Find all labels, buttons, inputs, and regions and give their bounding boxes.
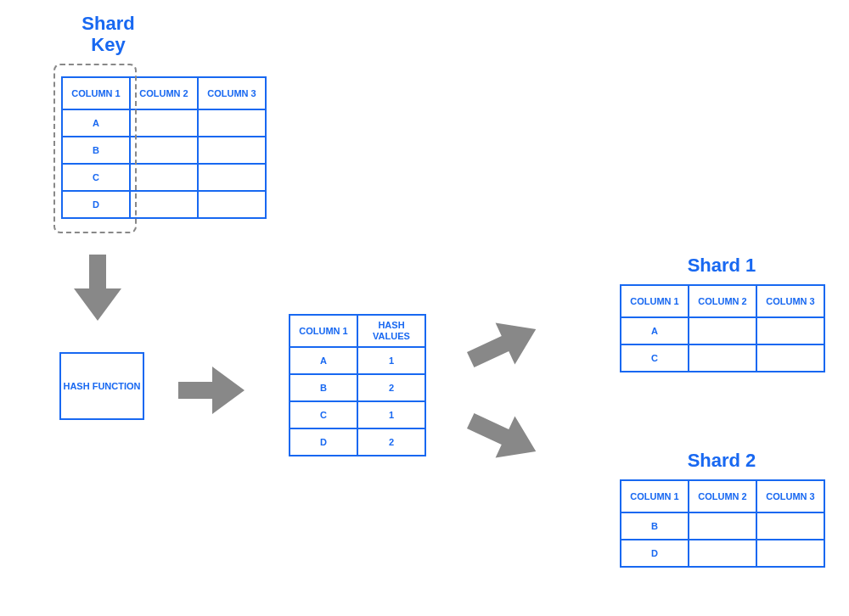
cell <box>130 137 198 164</box>
table-header-row: COLUMN 1 COLUMN 2 COLUMN 3 <box>621 285 824 317</box>
cell: 2 <box>357 374 425 401</box>
cell <box>756 540 824 567</box>
cell <box>756 344 824 372</box>
table-row: A <box>621 317 824 344</box>
cell <box>198 109 266 137</box>
cell: C <box>290 401 357 428</box>
cell: 1 <box>357 401 425 428</box>
cell: B <box>62 137 130 164</box>
table-row: B 2 <box>290 374 425 401</box>
col-header: COLUMN 2 <box>689 480 756 512</box>
cell <box>689 540 756 567</box>
cell: D <box>621 540 689 567</box>
col-header: COLUMN 2 <box>130 77 198 109</box>
col-header: COLUMN 1 <box>621 480 689 512</box>
arrow-up-right-icon <box>467 314 543 373</box>
table-header-row: COLUMN 1 COLUMN 2 COLUMN 3 <box>62 77 266 109</box>
cell: B <box>290 374 357 401</box>
table-row: C 1 <box>290 401 425 428</box>
cell: B <box>621 512 689 540</box>
title-shard-key: Shard Key <box>64 13 153 56</box>
original-table: COLUMN 1 COLUMN 2 COLUMN 3 A B C D <box>61 76 267 219</box>
arrow-down-icon <box>72 255 123 322</box>
title-shard-2: Shard 2 <box>637 450 807 471</box>
table-header-row: COLUMN 1 COLUMN 2 COLUMN 3 <box>621 480 824 512</box>
cell: C <box>621 344 689 372</box>
cell <box>689 512 756 540</box>
col-header: HASH VALUES <box>357 315 425 347</box>
cell <box>198 164 266 191</box>
table-row: A 1 <box>290 347 425 374</box>
cell: D <box>290 428 357 456</box>
cell: 2 <box>357 428 425 456</box>
cell: C <box>62 164 130 191</box>
arrow-down-right-icon <box>467 407 543 467</box>
table-row: D <box>62 191 266 218</box>
cell: A <box>62 109 130 137</box>
cell: A <box>621 317 689 344</box>
cell: 1 <box>357 347 425 374</box>
cell: D <box>62 191 130 218</box>
hash-table: COLUMN 1 HASH VALUES A 1 B 2 C 1 D 2 <box>289 314 426 456</box>
title-shard-1: Shard 1 <box>637 255 807 276</box>
table-row: B <box>62 137 266 164</box>
cell <box>756 317 824 344</box>
cell <box>130 191 198 218</box>
table-header-row: COLUMN 1 HASH VALUES <box>290 315 425 347</box>
cell <box>130 164 198 191</box>
col-header: COLUMN 1 <box>621 285 689 317</box>
table-row: A <box>62 109 266 137</box>
cell <box>198 137 266 164</box>
table-row: B <box>621 512 824 540</box>
hash-function-box: HASH FUNCTION <box>59 352 144 420</box>
cell <box>130 109 198 137</box>
cell <box>689 317 756 344</box>
col-header: COLUMN 3 <box>756 285 824 317</box>
cell <box>198 191 266 218</box>
shard2-table: COLUMN 1 COLUMN 2 COLUMN 3 B D <box>620 479 825 568</box>
col-header: COLUMN 2 <box>689 285 756 317</box>
col-header: COLUMN 3 <box>198 77 266 109</box>
table-row: D 2 <box>290 428 425 456</box>
col-header: COLUMN 1 <box>62 77 130 109</box>
arrow-right-icon <box>178 365 246 416</box>
table-row: C <box>621 344 824 372</box>
cell <box>756 512 824 540</box>
cell: A <box>290 347 357 374</box>
col-header: COLUMN 3 <box>756 480 824 512</box>
table-row: C <box>62 164 266 191</box>
cell <box>689 344 756 372</box>
shard1-table: COLUMN 1 COLUMN 2 COLUMN 3 A C <box>620 284 825 372</box>
table-row: D <box>621 540 824 567</box>
col-header: COLUMN 1 <box>290 315 357 347</box>
